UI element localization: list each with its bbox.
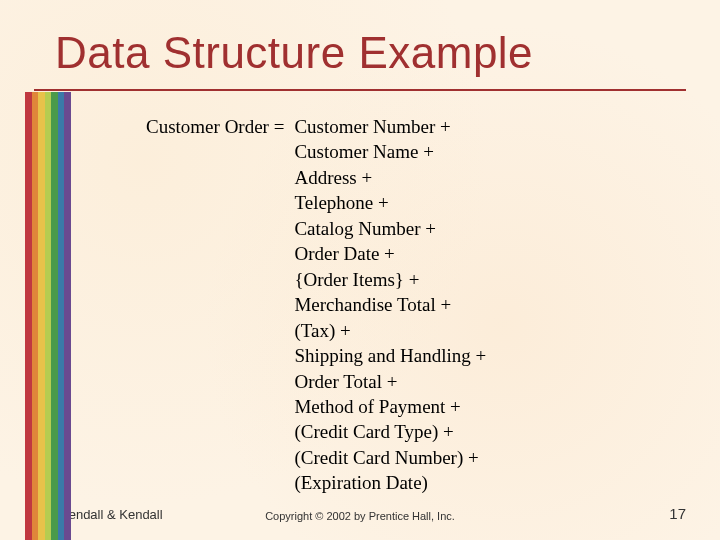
definition-line: Order Date + <box>294 241 486 266</box>
definition-line: Order Total + <box>294 369 486 394</box>
definition-lhs: Customer Order = <box>146 114 294 139</box>
definition-line: (Expiration Date) <box>294 470 486 495</box>
definition-line: Method of Payment + <box>294 394 486 419</box>
definition-line: Catalog Number + <box>294 216 486 241</box>
definition-line: (Credit Card Number) + <box>294 445 486 470</box>
definition-line: (Credit Card Type) + <box>294 419 486 444</box>
footer-copyright: Copyright © 2002 by Prentice Hall, Inc. <box>265 510 455 522</box>
definition-line: Merchandise Total + <box>294 292 486 317</box>
definition-line: Shipping and Handling + <box>294 343 486 368</box>
definition-line: (Tax) + <box>294 318 486 343</box>
definition-line: Customer Name + <box>294 139 486 164</box>
footer-authors: Kendall & Kendall <box>60 507 163 522</box>
data-structure-definition: Customer Order = Customer Number + Custo… <box>146 114 486 496</box>
definition-line: Customer Number + <box>294 114 486 139</box>
definition-rhs: Customer Number + Customer Name + Addres… <box>294 114 486 496</box>
definition-line: {Order Items} + <box>294 267 486 292</box>
definition-line: Telephone + <box>294 190 486 215</box>
slide-title: Data Structure Example <box>55 28 533 78</box>
rainbow-stripe <box>25 92 71 540</box>
footer-page-number: 17 <box>669 505 686 522</box>
definition-line: Address + <box>294 165 486 190</box>
title-underline <box>34 89 686 91</box>
